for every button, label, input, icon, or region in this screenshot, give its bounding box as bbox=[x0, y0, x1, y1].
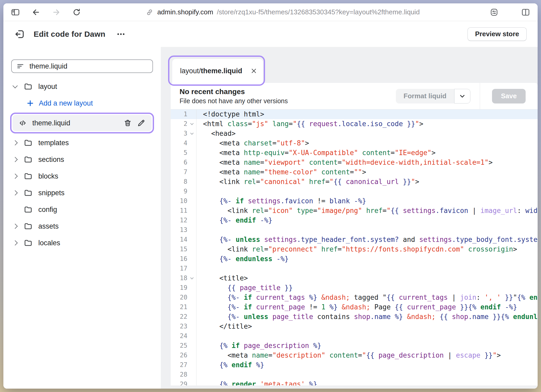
sidebar-item-locales[interactable]: locales bbox=[3, 235, 161, 251]
folder-icon bbox=[24, 172, 33, 181]
code-line[interactable]: 23 </title> bbox=[171, 322, 538, 331]
line-number: 21 bbox=[171, 302, 187, 312]
folder-icon bbox=[24, 188, 33, 197]
code-text: <meta http-equiv="X-UA-Compatible" conte… bbox=[196, 148, 538, 158]
code-text: {{ page_title }} bbox=[196, 283, 538, 293]
code-text: <html class="js" lang="{{ request.locale… bbox=[196, 119, 538, 129]
code-line[interactable]: 15 <link rel="preconnect" href="https://… bbox=[171, 244, 538, 254]
file-search-box[interactable] bbox=[11, 59, 153, 73]
sidebar-item-snippets[interactable]: snippets bbox=[3, 185, 161, 201]
chevron-down-icon bbox=[13, 83, 18, 88]
fold-toggle-icon[interactable] bbox=[187, 123, 196, 125]
code-line[interactable]: 12 {%- endif -%} bbox=[171, 216, 538, 225]
split-view-button[interactable] bbox=[521, 8, 530, 17]
file-label: theme.liquid bbox=[32, 119, 118, 127]
close-tab-button[interactable] bbox=[249, 66, 259, 76]
fold-toggle-icon[interactable] bbox=[187, 133, 196, 134]
line-number: 7 bbox=[171, 167, 187, 177]
code-lines: 1<!doctype html>2<html class="js" lang="… bbox=[171, 109, 538, 385]
reload-button[interactable] bbox=[72, 8, 81, 17]
search-input[interactable] bbox=[29, 62, 148, 71]
code-line[interactable]: 4 <meta charset="utf-8"> bbox=[171, 138, 538, 148]
line-number: 28 bbox=[171, 370, 187, 379]
code-line[interactable]: 28 bbox=[171, 370, 538, 379]
code-line[interactable]: 29 {% render 'meta-tags' %} bbox=[171, 379, 538, 385]
code-line[interactable]: 14 {%- unless settings.type_header_font.… bbox=[171, 235, 538, 244]
rename-file-button[interactable] bbox=[137, 119, 145, 127]
code-line[interactable]: 8 <link rel="canonical" href="{{ canonic… bbox=[171, 177, 538, 187]
sidebar-item-assets[interactable]: assets bbox=[3, 218, 161, 235]
main-content: layout Add a new layout theme.liquid bbox=[3, 47, 538, 389]
code-line[interactable]: 27 {% endif %} bbox=[171, 360, 538, 370]
preview-store-button[interactable]: Preview store bbox=[468, 27, 527, 41]
code-line[interactable]: 9 bbox=[171, 187, 538, 196]
code-line[interactable]: 10 {%- if settings.favicon != blank -%} bbox=[171, 196, 538, 206]
delete-file-button[interactable] bbox=[124, 119, 132, 127]
code-line[interactable]: 19 {{ page_title }} bbox=[171, 283, 538, 293]
address-bar[interactable]: admin.shopify.com/store/rzq1xu-f5/themes… bbox=[81, 8, 484, 16]
sidebar-item-templates[interactable]: templates bbox=[3, 134, 161, 151]
sidebar-item-sections[interactable]: sections bbox=[3, 151, 161, 168]
url-host: admin.shopify.com bbox=[157, 8, 213, 16]
format-liquid-button[interactable]: Format liquid bbox=[396, 89, 454, 103]
sidebar-item-theme-liquid[interactable]: theme.liquid bbox=[13, 115, 152, 131]
code-line[interactable]: 18 <title> bbox=[171, 273, 538, 283]
code-line[interactable]: 21 {%- if current_page != 1 %} &ndash; P… bbox=[171, 302, 538, 312]
code-editor[interactable]: 1<!doctype html>2<html class="js" lang="… bbox=[171, 109, 538, 385]
folder-label: config bbox=[38, 206, 57, 214]
line-number: 14 bbox=[171, 235, 187, 244]
code-text: <link rel="icon" type="image/png" href="… bbox=[196, 206, 538, 216]
add-new-layout-button[interactable]: Add a new layout bbox=[3, 95, 161, 112]
chevron-right-icon bbox=[13, 224, 18, 229]
save-button[interactable]: Save bbox=[492, 89, 526, 103]
code-line[interactable]: 6 <meta name="viewport" content="width=d… bbox=[171, 158, 538, 167]
code-text: <title> bbox=[196, 273, 538, 283]
sidebar-toggle-button[interactable] bbox=[11, 8, 20, 17]
code-line[interactable]: 13 bbox=[171, 225, 538, 235]
line-number: 20 bbox=[171, 293, 187, 302]
code-text: {%- if current_tags %} &ndash; tagged "{… bbox=[196, 293, 538, 302]
code-line[interactable]: 3 <head> bbox=[171, 129, 538, 138]
sidebar-item-layout[interactable]: layout bbox=[3, 78, 161, 95]
format-options-dropdown-button[interactable] bbox=[454, 89, 470, 103]
exit-editor-button[interactable] bbox=[14, 29, 25, 40]
code-line[interactable]: 1<!doctype html> bbox=[171, 109, 538, 119]
fold-toggle-icon[interactable] bbox=[187, 278, 196, 279]
folder-label: locales bbox=[38, 239, 60, 247]
code-line[interactable]: 22 {%- unless page_title contains shop.n… bbox=[171, 312, 538, 322]
code-line[interactable]: 17 bbox=[171, 264, 538, 273]
code-text: {%- endif -%} bbox=[196, 216, 538, 225]
line-number: 9 bbox=[171, 187, 187, 196]
code-text: <meta name="viewport" content="width=dev… bbox=[196, 158, 538, 167]
browser-toolbar: admin.shopify.com/store/rzq1xu-f5/themes… bbox=[3, 3, 538, 21]
line-number: 26 bbox=[171, 351, 187, 360]
code-line[interactable]: 16 {%- endunless -%} bbox=[171, 254, 538, 264]
folder-icon bbox=[24, 155, 33, 164]
forward-button[interactable] bbox=[52, 8, 61, 17]
code-text: <!doctype html> bbox=[196, 109, 538, 119]
sidebar-item-config[interactable]: config bbox=[3, 201, 161, 218]
split-view-icon bbox=[521, 8, 530, 17]
line-number: 12 bbox=[171, 216, 187, 225]
code-text: </title> bbox=[196, 322, 538, 331]
code-line[interactable]: 24 bbox=[171, 331, 538, 341]
code-line[interactable]: 20 {%- if current_tags %} &ndash; tagged… bbox=[171, 293, 538, 302]
code-line[interactable]: 2<html class="js" lang="{{ request.local… bbox=[171, 119, 538, 129]
reload-icon bbox=[72, 8, 81, 17]
tab-layout-theme-liquid[interactable]: layout/theme.liquid bbox=[172, 59, 263, 83]
page-settings-button[interactable] bbox=[490, 8, 499, 17]
line-number: 8 bbox=[171, 177, 187, 187]
code-line[interactable]: 26 <meta name="description" content="{{ … bbox=[171, 351, 538, 360]
code-line[interactable]: 7 <meta name="theme-color" content=""> bbox=[171, 167, 538, 177]
code-line[interactable]: 5 <meta http-equiv="X-UA-Compatible" con… bbox=[171, 148, 538, 158]
code-line[interactable]: 25 {% if page_description %} bbox=[171, 341, 538, 351]
sidebar-item-blocks[interactable]: blocks bbox=[3, 168, 161, 185]
chevron-right-icon bbox=[13, 140, 18, 145]
page-title: Edit code for Dawn bbox=[34, 30, 105, 39]
back-button[interactable] bbox=[32, 8, 40, 17]
folder-label: sections bbox=[38, 156, 64, 164]
plus-icon bbox=[26, 99, 34, 107]
line-number: 19 bbox=[171, 283, 187, 293]
code-line[interactable]: 11 <link rel="icon" type="image/png" hre… bbox=[171, 206, 538, 216]
more-actions-button[interactable] bbox=[115, 28, 127, 40]
